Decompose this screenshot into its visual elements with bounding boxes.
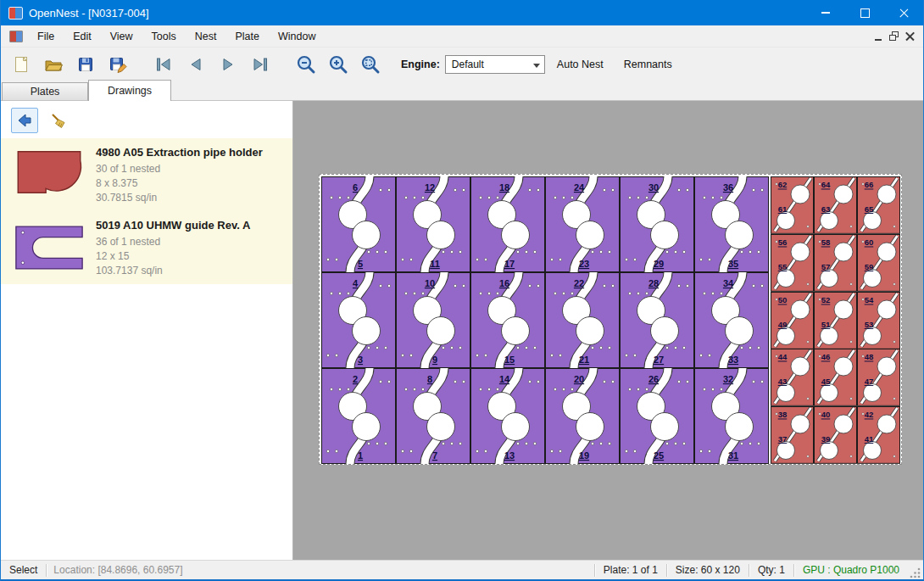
menu-item-nest[interactable]: Nest — [186, 27, 226, 46]
nested-part-pair[interactable]: 62 61 — [771, 176, 814, 234]
part-number: 14 — [499, 374, 510, 384]
nested-part-pair[interactable]: 16 15 — [470, 272, 545, 368]
part-number: 58 — [821, 237, 831, 247]
menu-item-window[interactable]: Window — [269, 27, 325, 46]
part-number: 25 — [654, 450, 664, 461]
broom-icon — [50, 112, 67, 129]
nested-part-pair[interactable]: 2 1 — [321, 368, 396, 464]
part-number: 48 — [865, 353, 874, 362]
nested-part-pair[interactable]: 6 5 — [321, 176, 396, 272]
first-plate-button[interactable] — [150, 51, 177, 78]
menu-item-edit[interactable]: Edit — [64, 27, 101, 46]
nesting-canvas[interactable]: 6 5 12 11 18 17 24 23 30 29 36 35 4 3 10… — [293, 101, 923, 560]
last-plate-button[interactable] — [247, 51, 274, 78]
save-floppy-icon — [75, 54, 96, 75]
part-number: 9 — [432, 355, 437, 365]
part-number: 45 — [821, 377, 831, 386]
clean-button[interactable] — [45, 108, 72, 133]
save-as-button[interactable] — [104, 51, 131, 78]
nested-part-pair[interactable]: 4 3 — [321, 272, 396, 368]
nested-part-pair[interactable]: 22 21 — [545, 272, 620, 368]
close-button[interactable] — [884, 0, 923, 25]
nested-part-pair[interactable]: 8 7 — [396, 368, 470, 464]
nested-part-pair[interactable]: 32 31 — [694, 368, 769, 464]
nested-part-pair[interactable]: 34 33 — [694, 272, 769, 368]
resize-grip[interactable] — [910, 567, 921, 578]
nested-part-pair[interactable]: 44 43 — [771, 349, 814, 406]
part-number: 38 — [778, 411, 788, 420]
minimize-icon — [821, 12, 830, 14]
nested-part-pair[interactable]: 28 27 — [620, 272, 694, 368]
menu-item-file[interactable]: File — [28, 27, 64, 46]
mdi-close-button[interactable] — [902, 29, 918, 43]
part-number: 27 — [654, 355, 664, 365]
nested-part-pair[interactable]: 66 65 — [857, 176, 900, 234]
plate-sheet[interactable]: 6 5 12 11 18 17 24 23 30 29 36 35 4 3 10… — [319, 174, 902, 465]
nested-part-pair[interactable]: 12 11 — [396, 176, 470, 272]
go-previous-icon — [186, 54, 206, 75]
nested-part-pair[interactable]: 46 45 — [814, 349, 857, 406]
part-number: 59 — [865, 262, 874, 271]
part-number: 65 — [865, 204, 874, 214]
new-button[interactable] — [8, 51, 35, 78]
drawing-area: 30.7815 sq/in — [96, 191, 263, 205]
previous-plate-button[interactable] — [182, 51, 209, 78]
go-first-icon — [153, 54, 174, 75]
drawings-list: 4980 A05 Extraction pipe holder 30 of 1 … — [1, 138, 292, 284]
nested-part-pair[interactable]: 18 17 — [470, 176, 545, 272]
nested-part-pair[interactable]: 38 37 — [771, 406, 814, 464]
nested-part-pair[interactable]: 52 51 — [814, 292, 857, 349]
part-number: 24 — [574, 182, 585, 193]
nested-part-pair[interactable]: 42 41 — [857, 406, 900, 464]
menu-item-view[interactable]: View — [101, 27, 142, 46]
drawing-size: 8 x 8.375 — [96, 176, 263, 191]
menu-item-tools[interactable]: Tools — [142, 27, 186, 46]
part-number: 33 — [728, 355, 738, 365]
part-number: 22 — [574, 278, 584, 288]
zoom-in-icon — [328, 54, 348, 75]
part-number: 57 — [821, 262, 831, 271]
menu-item-plate[interactable]: Plate — [225, 27, 269, 46]
mdi-minimize-button[interactable] — [870, 29, 886, 43]
nested-part-pair[interactable]: 36 35 — [694, 176, 769, 272]
maximize-button[interactable] — [845, 0, 884, 25]
tab-plates[interactable]: Plates — [2, 82, 88, 101]
save-button[interactable] — [72, 51, 99, 78]
assign-part-button[interactable] — [11, 108, 38, 133]
nested-part-pair[interactable]: 20 19 — [545, 368, 620, 464]
open-button[interactable] — [40, 51, 67, 78]
mdi-restore-button[interactable] — [886, 29, 902, 43]
engine-dropdown[interactable]: Default — [445, 55, 545, 74]
part-number: 61 — [778, 204, 788, 214]
minimize-button[interactable] — [806, 0, 845, 25]
part-number: 32 — [723, 374, 733, 384]
nested-part-pair[interactable]: 24 23 — [545, 176, 620, 272]
next-plate-button[interactable] — [214, 51, 242, 78]
nested-part-pair[interactable]: 14 13 — [470, 368, 545, 464]
mdi-restore-icon — [889, 31, 899, 41]
part-number: 6 — [353, 182, 358, 193]
nested-part-pair[interactable]: 54 53 — [857, 292, 900, 349]
nested-part-pair[interactable]: 40 39 — [814, 406, 857, 464]
nested-part-pair[interactable]: 30 29 — [620, 176, 694, 272]
tab-drawings[interactable]: Drawings — [88, 80, 171, 101]
part-number: 47 — [865, 377, 874, 386]
zoom-fit-button[interactable] — [357, 51, 384, 78]
nested-part-pair[interactable]: 10 9 — [396, 272, 470, 368]
remnants-button[interactable]: Remnants — [615, 53, 681, 75]
zoom-in-button[interactable] — [325, 51, 352, 78]
drawing-list-item[interactable]: 5019 A10 UHMW guide Rev. A 36 of 1 neste… — [1, 211, 292, 284]
auto-nest-button[interactable]: Auto Nest — [548, 53, 612, 75]
nested-part-pair[interactable]: 26 25 — [620, 368, 694, 464]
drawing-list-item[interactable]: 4980 A05 Extraction pipe holder 30 of 1 … — [1, 138, 292, 211]
nested-part-pair[interactable]: 50 49 — [771, 292, 814, 349]
part-number: 34 — [723, 278, 734, 288]
drawings-toolbar — [1, 101, 292, 138]
nested-part-pair[interactable]: 56 55 — [771, 234, 814, 292]
nested-part-pair[interactable]: 64 63 — [814, 176, 857, 234]
nested-part-pair[interactable]: 60 59 — [857, 234, 900, 292]
nested-part-pair[interactable]: 48 47 — [857, 349, 900, 406]
menu-items: FileEditViewToolsNestPlateWindow — [28, 27, 325, 46]
nested-part-pair[interactable]: 58 57 — [814, 234, 857, 292]
zoom-out-button[interactable] — [292, 51, 320, 78]
